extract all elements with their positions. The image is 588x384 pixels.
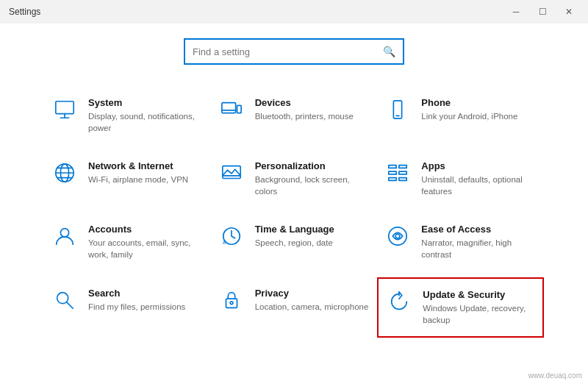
svg-rect-3 (222, 103, 236, 113)
svg-rect-4 (237, 105, 241, 113)
svg-line-28 (67, 302, 73, 307)
setting-desc-search: Find my files, permissions (88, 301, 204, 313)
setting-title-ease: Ease of Access (421, 224, 537, 235)
watermark: www.deuaq.com (528, 371, 582, 380)
svg-rect-16 (389, 166, 396, 168)
apps-icon (384, 162, 411, 184)
setting-desc-accounts: Your accounts, email, sync, work, family (88, 237, 204, 260)
maximize-button[interactable]: ☐ (532, 4, 553, 20)
setting-desc-privacy: Location, camera, microphone (255, 301, 370, 313)
setting-desc-system: Display, sound, notifications, power (88, 110, 204, 134)
setting-item-update[interactable]: Update & Security Windows Update, recove… (377, 277, 544, 338)
window-controls: ─ ☐ ✕ (506, 4, 579, 20)
search-input[interactable] (193, 46, 383, 57)
setting-item-network[interactable]: Network & Internet Wi-Fi, airplane mode,… (44, 150, 211, 207)
setting-desc-personalization: Background, lock screen, colors (255, 174, 370, 197)
setting-item-ease[interactable]: Ease of Access Narrator, magnifier, high… (377, 213, 544, 271)
setting-title-search: Search (88, 288, 204, 299)
monitor-icon (51, 99, 78, 121)
setting-title-accounts: Accounts (88, 224, 204, 235)
svg-rect-19 (399, 166, 406, 168)
setting-title-system: System (88, 97, 204, 108)
setting-item-accounts[interactable]: Accounts Your accounts, email, sync, wor… (44, 213, 211, 271)
svg-text:A: A (222, 241, 226, 246)
setting-item-personalization[interactable]: Personalization Background, lock screen,… (211, 150, 378, 207)
svg-rect-0 (56, 102, 74, 114)
setting-item-search[interactable]: Search Find my files, permissions (44, 277, 211, 338)
svg-rect-18 (389, 178, 396, 181)
update-icon (386, 291, 412, 313)
time-icon: A (218, 225, 245, 247)
minimize-button[interactable]: ─ (506, 4, 526, 20)
setting-desc-network: Wi-Fi, airplane mode, VPN (88, 174, 204, 185)
search-icon (51, 289, 78, 311)
setting-title-phone: Phone (421, 97, 537, 108)
setting-desc-time: Speech, region, date (255, 237, 370, 249)
search-box[interactable]: 🔍 (184, 38, 404, 65)
setting-desc-ease: Narrator, magnifier, high contrast (421, 237, 537, 260)
setting-item-phone[interactable]: Phone Link your Android, iPhone (377, 87, 544, 144)
search-container: 🔍 (44, 38, 544, 65)
svg-rect-29 (226, 299, 237, 307)
setting-desc-devices: Bluetooth, printers, mouse (255, 110, 370, 122)
setting-title-network: Network & Internet (88, 160, 204, 171)
svg-rect-20 (399, 171, 406, 174)
title-bar: Settings ─ ☐ ✕ (0, 0, 588, 24)
setting-item-devices[interactable]: Devices Bluetooth, printers, mouse (211, 87, 378, 144)
setting-title-update: Update & Security (423, 289, 535, 300)
devices-icon (218, 99, 245, 121)
setting-title-time: Time & Language (255, 224, 370, 235)
privacy-icon (218, 289, 245, 311)
svg-marker-15 (222, 170, 240, 176)
svg-point-25 (389, 227, 406, 245)
setting-title-devices: Devices (255, 97, 370, 108)
main-content: 🔍 System Display, sound, notifications, … (0, 24, 588, 384)
setting-desc-phone: Link your Android, iPhone (421, 110, 537, 122)
setting-item-privacy[interactable]: Privacy Location, camera, microphone (211, 277, 378, 338)
app-title: Settings (9, 7, 40, 17)
svg-point-30 (230, 301, 233, 304)
setting-title-personalization: Personalization (255, 160, 370, 171)
setting-item-system[interactable]: System Display, sound, notifications, po… (44, 87, 211, 144)
search-icon: 🔍 (383, 46, 395, 57)
setting-title-privacy: Privacy (255, 288, 370, 299)
settings-grid: System Display, sound, notifications, po… (44, 87, 544, 338)
network-icon (51, 162, 78, 184)
svg-point-26 (396, 235, 401, 239)
setting-item-time[interactable]: A Time & Language Speech, region, date (211, 213, 378, 271)
svg-rect-21 (399, 178, 406, 181)
setting-desc-apps: Uninstall, defaults, optional features (421, 174, 537, 197)
svg-point-22 (60, 229, 68, 237)
close-button[interactable]: ✕ (559, 4, 579, 20)
personalization-icon (218, 162, 245, 184)
setting-title-apps: Apps (421, 160, 537, 171)
svg-rect-17 (389, 171, 396, 174)
ease-icon (384, 225, 411, 247)
phone-icon (384, 99, 411, 121)
accounts-icon (51, 225, 78, 247)
setting-desc-update: Windows Update, recovery, backup (423, 302, 535, 326)
setting-item-apps[interactable]: Apps Uninstall, defaults, optional featu… (377, 150, 544, 207)
